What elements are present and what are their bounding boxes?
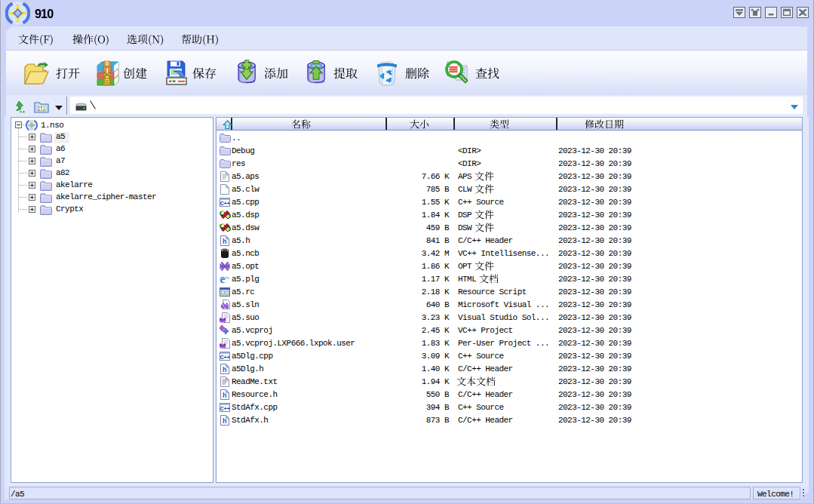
svg-text:C++: C++ [220, 201, 230, 206]
svg-text:h: h [223, 366, 227, 373]
svg-text:C++: C++ [220, 355, 230, 360]
svg-text:h: h [223, 417, 227, 425]
svg-text:h: h [223, 238, 227, 245]
svg-text:h: h [223, 392, 227, 399]
svg-text:C++: C++ [220, 406, 230, 411]
